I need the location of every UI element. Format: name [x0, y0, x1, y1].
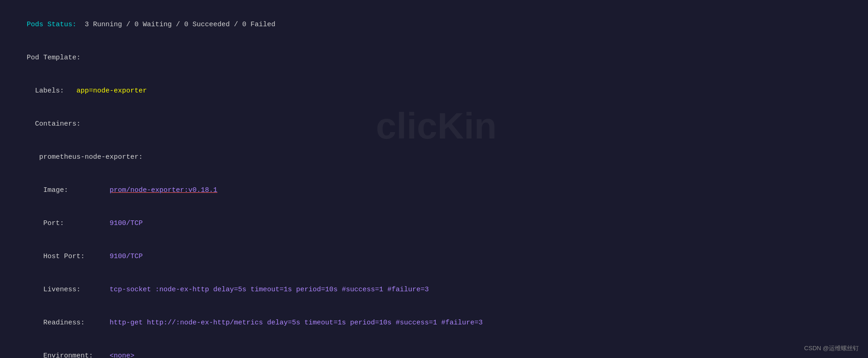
host-port-label: Host Port: [27, 253, 110, 260]
environment-line: Environment: <none> [10, 340, 862, 358]
labels-line: Labels: app=node-exporter [10, 75, 862, 108]
liveness-value: tcp-socket :node-ex-http delay=5s timeou… [110, 286, 429, 294]
labels-label: Labels: [27, 87, 76, 95]
pods-status-line: Pods Status: 3 Running / 0 Waiting / 0 S… [10, 8, 862, 41]
readiness-line: Readiness: http-get http://:node-ex-http… [10, 306, 862, 340]
containers-line: Containers: [10, 108, 862, 141]
pod-template-label: Pod Template: [27, 54, 81, 62]
branding: CSDN @运维螺丝钉 [804, 344, 859, 353]
port-value: 9100/TCP [110, 219, 143, 227]
port-line: Port: 9100/TCP [10, 207, 862, 240]
container-name: prometheus-node-exporter: [27, 153, 143, 161]
terminal-window: clicKin Pods Status: 3 Running / 0 Waiti… [5, 5, 868, 358]
containers-label: Containers: [27, 120, 81, 128]
liveness-line: Liveness: tcp-socket :node-ex-http delay… [10, 273, 862, 306]
port-label: Port: [27, 219, 110, 227]
host-port-line: Host Port: 9100/TCP [10, 240, 862, 273]
image-line: Image: prom/node-exporter:v0.18.1 [10, 174, 862, 207]
pods-status-label: Pods Status: [27, 21, 76, 29]
readiness-value: http-get http://:node-ex-http/metrics de… [110, 319, 483, 327]
readiness-label: Readiness: [27, 319, 110, 327]
liveness-label: Liveness: [27, 286, 110, 294]
environment-value: <none> [110, 352, 134, 358]
image-value: prom/node-exporter:v0.18.1 [110, 186, 217, 194]
pods-status-value: 3 Running / 0 Waiting / 0 Succeeded / 0 … [76, 21, 275, 29]
host-port-value: 9100/TCP [110, 253, 143, 260]
image-label: Image: [27, 186, 110, 194]
container-name-line: prometheus-node-exporter: [10, 141, 862, 174]
labels-value: app=node-exporter [76, 87, 147, 95]
pod-template-line: Pod Template: [10, 41, 862, 75]
environment-label: Environment: [27, 352, 110, 358]
